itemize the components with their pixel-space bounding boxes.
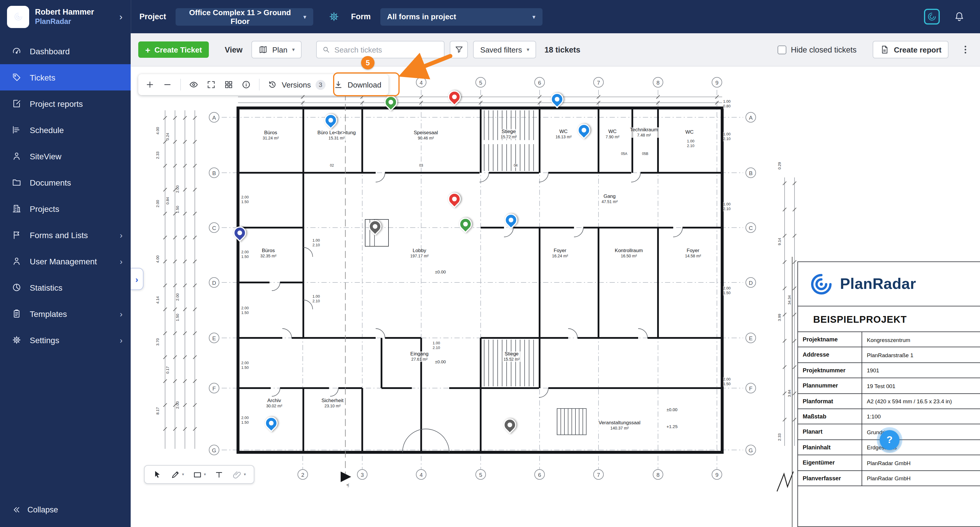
siteview-icon	[12, 151, 22, 161]
hide-closed-label: Hide closed tickets	[791, 45, 857, 54]
sidebar-item-statistics[interactable]: Statistics	[0, 274, 130, 301]
saved-filters-select[interactable]: Saved filters ▾	[473, 41, 536, 58]
search-input[interactable]	[334, 45, 439, 54]
ticket-pin[interactable]	[448, 91, 463, 106]
title-block-row: Plannummer 19 Test 001	[798, 378, 980, 394]
sidebar-item-user-management[interactable]: User Management ›	[0, 248, 130, 274]
plan-toolbar: Versions 3 Download	[138, 74, 388, 95]
chevron-down-icon: ▾	[292, 47, 295, 53]
visibility-button[interactable]	[189, 80, 198, 89]
planradar-connect-button[interactable]	[924, 9, 940, 24]
title-block-row: Projektname Kongresszentrum	[798, 332, 980, 347]
info-icon	[242, 80, 251, 89]
versions-button[interactable]: Versions 3	[268, 80, 326, 89]
project-reports-icon	[12, 99, 22, 108]
title-block-row: Maßstab 1:100	[798, 409, 980, 425]
project-settings-button[interactable]	[328, 11, 339, 22]
chevron-down-icon: ▾	[527, 47, 530, 53]
view-mode-select[interactable]: Plan ▾	[251, 41, 302, 58]
project-label: Project	[139, 12, 166, 21]
checkbox-icon[interactable]	[778, 45, 786, 54]
ticket-pin[interactable]	[369, 220, 384, 235]
zoom-in-button[interactable]	[145, 80, 154, 89]
pin-icon	[445, 190, 463, 208]
shape-tool-button[interactable]: ▾	[188, 466, 210, 483]
sidebar-item-label: Projects	[30, 204, 59, 213]
pin-icon	[366, 217, 384, 236]
documents-icon	[12, 177, 22, 187]
sidebar-item-templates[interactable]: Templates ›	[0, 301, 130, 327]
notifications-button[interactable]	[954, 11, 965, 22]
kebab-menu-icon	[960, 45, 970, 55]
text-icon	[214, 470, 224, 479]
user-brand: PlanRadar	[35, 17, 94, 27]
rectangle-icon	[192, 470, 202, 479]
create-report-button[interactable]: Create report	[873, 41, 948, 58]
help-button[interactable]: ?	[880, 430, 899, 450]
versions-label: Versions	[282, 80, 311, 89]
sidebar-item-label: User Management	[30, 256, 97, 266]
plan-info-button[interactable]	[242, 80, 251, 89]
saved-filters-label: Saved filters	[480, 45, 522, 54]
ticket-pin[interactable]	[265, 417, 280, 432]
fullscreen-icon	[207, 80, 216, 89]
chevron-right-icon[interactable]: ›	[119, 11, 123, 22]
ticket-pin[interactable]	[448, 193, 463, 208]
zoom-out-button[interactable]	[163, 80, 172, 89]
sidebar: Robert Hammer PlanRadar › Dashboard Tick…	[0, 0, 130, 527]
sidebar-item-label: Templates	[30, 309, 67, 318]
create-ticket-button[interactable]: + Create Ticket	[138, 41, 209, 58]
plan-viewer[interactable]: 23456789 23456789 ABCDEFG ABCDEFG Büros …	[130, 67, 980, 527]
sidebar-collapse-button[interactable]: Collapse	[0, 497, 130, 522]
ticket-pin[interactable]	[459, 218, 474, 233]
sidebar-item-forms-and-lists[interactable]: Forms and Lists ›	[0, 222, 130, 248]
pin-icon	[445, 88, 463, 106]
pin-icon	[502, 211, 520, 229]
action-bar: + Create Ticket View Plan ▾ Saved filter…	[130, 33, 980, 67]
sidebar-item-documents[interactable]: Documents	[0, 169, 130, 196]
title-block-brand: PlanRadar	[840, 275, 916, 293]
select-tool-button[interactable]	[148, 466, 166, 483]
sidebar-item-settings[interactable]: Settings ›	[0, 327, 130, 353]
download-button[interactable]: Download	[334, 80, 382, 89]
sidebar-item-siteview[interactable]: SiteView	[0, 143, 130, 169]
attachment-tool-button[interactable]: ▾	[228, 466, 250, 483]
filter-button[interactable]	[450, 41, 468, 58]
pen-tool-button[interactable]: ▾	[166, 466, 188, 483]
expand-panel-tab[interactable]: ›	[130, 268, 143, 290]
pin-icon	[231, 224, 249, 242]
ticket-pin[interactable]	[503, 419, 519, 434]
title-block-title: BEISPIELPROJEKT	[798, 306, 980, 332]
more-options-button[interactable]	[960, 45, 970, 55]
chevron-right-icon: ›	[120, 335, 123, 345]
ticket-pin[interactable]	[233, 226, 248, 242]
settings-icon	[12, 335, 22, 345]
fullscreen-button[interactable]	[207, 80, 216, 89]
project-select[interactable]: Office Complex 11 > Ground Floor ▾	[176, 8, 313, 25]
sidebar-item-label: Forms and Lists	[30, 230, 88, 240]
history-icon	[268, 80, 277, 89]
ticket-pin[interactable]	[550, 93, 566, 108]
hide-closed-toggle[interactable]: Hide closed tickets	[778, 45, 857, 54]
plan-overview-button[interactable]	[224, 80, 233, 89]
tickets-icon	[12, 72, 22, 82]
text-tool-button[interactable]	[210, 466, 228, 483]
ticket-pin[interactable]	[504, 213, 520, 229]
sidebar-item-projects[interactable]: Projects	[0, 196, 130, 222]
title-block-table: Projektname Kongresszentrum Addresse Pla…	[798, 332, 980, 486]
forms-icon	[12, 230, 22, 240]
form-select[interactable]: All forms in project ▾	[380, 8, 542, 25]
user-block[interactable]: Robert Hammer PlanRadar ›	[0, 0, 130, 33]
versions-count-badge: 3	[316, 80, 326, 89]
sidebar-item-dashboard[interactable]: Dashboard	[0, 38, 130, 64]
sidebar-item-schedule[interactable]: Schedule	[0, 117, 130, 143]
download-label: Download	[348, 80, 382, 89]
sidebar-item-project-reports[interactable]: Project reports	[0, 91, 130, 117]
top-header: Project Office Complex 11 > Ground Floor…	[130, 0, 980, 33]
ticket-pin[interactable]	[325, 114, 339, 129]
ticket-pin[interactable]	[384, 96, 399, 111]
search-icon	[322, 46, 331, 54]
sidebar-item-tickets[interactable]: Tickets	[0, 64, 130, 91]
dashboard-icon	[12, 46, 22, 56]
ticket-pin[interactable]	[578, 124, 593, 139]
